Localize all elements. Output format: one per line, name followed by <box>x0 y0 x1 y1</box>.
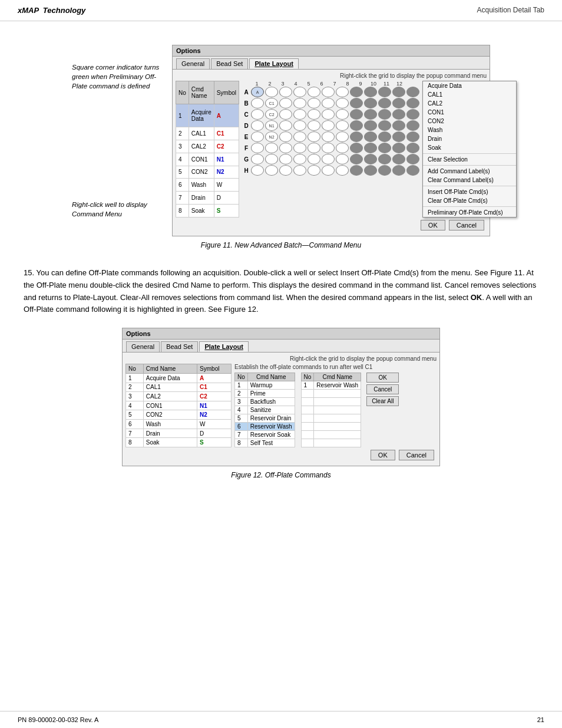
well-D9[interactable] <box>364 120 377 131</box>
well-F4[interactable] <box>293 143 306 153</box>
well-F10[interactable] <box>378 143 391 153</box>
well-G2[interactable] <box>265 154 278 164</box>
well-G11[interactable] <box>392 154 405 164</box>
well-D1[interactable] <box>251 120 264 131</box>
well-G8[interactable] <box>350 154 363 164</box>
menu-soak[interactable]: Soak <box>423 143 516 152</box>
well-C5[interactable] <box>308 109 320 120</box>
well-A2[interactable] <box>265 87 278 97</box>
well-H12[interactable] <box>406 165 419 176</box>
well-D6[interactable] <box>322 120 335 131</box>
well-A12[interactable] <box>406 87 419 97</box>
menu-clear-selection[interactable]: Clear Selection <box>423 155 516 164</box>
well-E11[interactable] <box>392 131 405 142</box>
well-H3[interactable] <box>279 165 292 176</box>
well-B11[interactable] <box>392 98 405 108</box>
fig12-ok-button[interactable]: OK <box>366 373 399 383</box>
well-B3[interactable] <box>279 98 292 108</box>
well-F7[interactable] <box>336 143 349 153</box>
tab-general[interactable]: General <box>176 58 210 69</box>
well-F3[interactable] <box>279 143 292 153</box>
well-E1[interactable] <box>251 131 264 142</box>
menu-clear-offplate[interactable]: Clear Off-Plate Cmd(s) <box>423 196 516 205</box>
well-B1[interactable] <box>251 98 264 108</box>
well-D3[interactable] <box>279 120 292 131</box>
well-C9[interactable] <box>364 109 377 120</box>
well-E2[interactable]: N2 <box>265 131 278 142</box>
well-B9[interactable] <box>364 98 377 108</box>
well-B12[interactable] <box>406 98 419 108</box>
well-H1[interactable] <box>251 165 264 176</box>
well-D8[interactable] <box>350 120 363 131</box>
menu-drain[interactable]: Drain <box>423 134 516 143</box>
well-F2[interactable] <box>265 143 278 153</box>
well-C12[interactable] <box>406 109 419 120</box>
well-H2[interactable] <box>265 165 278 176</box>
well-B6[interactable] <box>322 98 335 108</box>
well-A7[interactable] <box>336 87 349 97</box>
well-G1[interactable] <box>251 154 264 164</box>
well-H10[interactable] <box>378 165 391 176</box>
well-B8[interactable] <box>350 98 363 108</box>
well-F6[interactable] <box>322 143 335 153</box>
well-A1[interactable]: A <box>251 87 264 97</box>
well-H4[interactable] <box>293 165 306 176</box>
well-H6[interactable] <box>322 165 335 176</box>
tab-bead-set[interactable]: Bead Set <box>211 58 248 69</box>
well-G4[interactable] <box>293 154 306 164</box>
well-E6[interactable] <box>322 131 335 142</box>
well-E5[interactable] <box>308 131 320 142</box>
tab-plate-layout[interactable]: Plate Layout <box>249 58 298 69</box>
menu-con2[interactable]: CON2 <box>423 117 516 126</box>
fig12-tab-general[interactable]: General <box>126 341 160 352</box>
well-A5[interactable] <box>308 87 320 97</box>
well-A6[interactable] <box>322 87 335 97</box>
ok-button-1[interactable]: OK <box>421 220 445 230</box>
well-G12[interactable] <box>406 154 419 164</box>
well-E4[interactable] <box>293 131 306 142</box>
well-E10[interactable] <box>378 131 391 142</box>
well-B7[interactable] <box>336 98 349 108</box>
menu-add-cmd-labels[interactable]: Add Command Label(s) <box>423 167 516 176</box>
well-B10[interactable] <box>378 98 391 108</box>
well-C2[interactable]: C2 <box>265 109 278 120</box>
menu-wash[interactable]: Wash <box>423 126 516 134</box>
well-F11[interactable] <box>392 143 405 153</box>
well-D11[interactable] <box>392 120 405 131</box>
well-G7[interactable] <box>336 154 349 164</box>
well-E8[interactable] <box>350 131 363 142</box>
menu-con1[interactable]: CON1 <box>423 108 516 117</box>
well-A11[interactable] <box>392 87 405 97</box>
well-B2[interactable]: C1 <box>265 98 278 108</box>
well-D2[interactable]: N1 <box>265 120 278 131</box>
fig12-bottom-cancel[interactable]: Cancel <box>399 450 434 460</box>
well-H11[interactable] <box>392 165 405 176</box>
well-H8[interactable] <box>350 165 363 176</box>
well-H9[interactable] <box>364 165 377 176</box>
well-C6[interactable] <box>322 109 335 120</box>
well-D5[interactable] <box>308 120 320 131</box>
fig12-tab-plate-layout[interactable]: Plate Layout <box>199 341 248 352</box>
well-D10[interactable] <box>378 120 391 131</box>
well-C7[interactable] <box>336 109 349 120</box>
well-C3[interactable] <box>279 109 292 120</box>
fig12-bottom-ok[interactable]: OK <box>371 450 395 460</box>
well-H5[interactable] <box>308 165 320 176</box>
well-G10[interactable] <box>378 154 391 164</box>
well-G3[interactable] <box>279 154 292 164</box>
well-C10[interactable] <box>378 109 391 120</box>
well-F1[interactable] <box>251 143 264 153</box>
well-B4[interactable] <box>293 98 306 108</box>
well-E12[interactable] <box>406 131 419 142</box>
well-D4[interactable] <box>293 120 306 131</box>
well-A8[interactable] <box>350 87 363 97</box>
cancel-button-1[interactable]: Cancel <box>449 220 484 230</box>
menu-clear-cmd-labels[interactable]: Clear Command Label(s) <box>423 176 516 185</box>
menu-preliminary-offplate[interactable]: Preliminary Off-Plate Cmd(s) <box>423 208 516 217</box>
fig12-clear-all-button[interactable]: Clear All <box>366 396 399 406</box>
menu-acquire-data[interactable]: Acquire Data <box>423 81 516 90</box>
well-E7[interactable] <box>336 131 349 142</box>
well-G5[interactable] <box>308 154 320 164</box>
well-C4[interactable] <box>293 109 306 120</box>
well-D12[interactable] <box>406 120 419 131</box>
